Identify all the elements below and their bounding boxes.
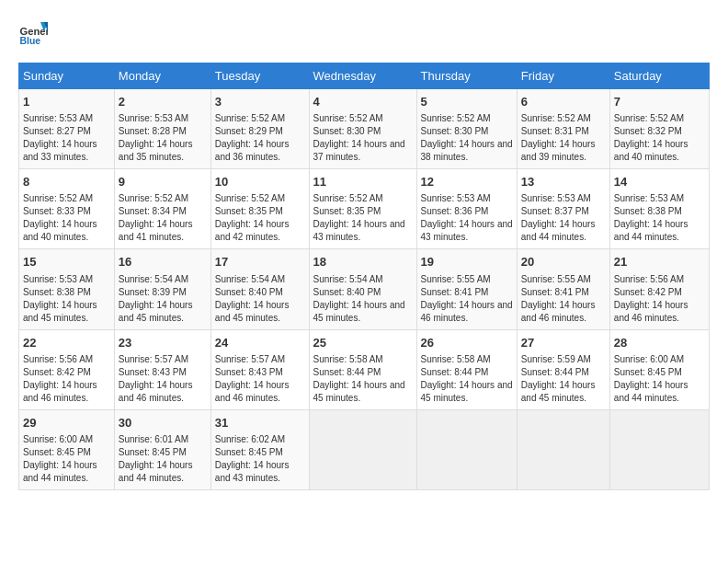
day-info: Sunrise: 5:52 AMSunset: 8:33 PMDaylight:…	[23, 192, 110, 244]
calendar-cell: 4Sunrise: 5:52 AMSunset: 8:30 PMDaylight…	[309, 89, 416, 169]
svg-text:Blue: Blue	[20, 36, 41, 46]
day-info: Sunrise: 6:02 AMSunset: 8:45 PMDaylight:…	[215, 433, 305, 485]
weekday-header: Tuesday	[210, 63, 309, 89]
calendar-cell: 31Sunrise: 6:02 AMSunset: 8:45 PMDayligh…	[210, 409, 309, 489]
calendar-cell: 2Sunrise: 5:53 AMSunset: 8:28 PMDaylight…	[114, 89, 210, 169]
day-info: Sunrise: 5:52 AMSunset: 8:32 PMDaylight:…	[614, 112, 705, 164]
day-number: 8	[23, 174, 110, 190]
calendar-table: SundayMondayTuesdayWednesdayThursdayFrid…	[18, 63, 710, 490]
day-number: 2	[119, 94, 207, 110]
calendar-cell: 10Sunrise: 5:52 AMSunset: 8:35 PMDayligh…	[210, 169, 309, 249]
day-number: 6	[521, 94, 606, 110]
calendar-cell: 11Sunrise: 5:52 AMSunset: 8:35 PMDayligh…	[309, 169, 416, 249]
day-info: Sunrise: 5:53 AMSunset: 8:27 PMDaylight:…	[23, 112, 110, 164]
calendar-cell: 15Sunrise: 5:53 AMSunset: 8:38 PMDayligh…	[19, 249, 115, 329]
calendar-cell: 7Sunrise: 5:52 AMSunset: 8:32 PMDaylight…	[609, 89, 709, 169]
calendar-cell: 20Sunrise: 5:55 AMSunset: 8:41 PMDayligh…	[517, 249, 609, 329]
day-info: Sunrise: 6:01 AMSunset: 8:45 PMDaylight:…	[119, 433, 207, 485]
day-info: Sunrise: 5:52 AMSunset: 8:29 PMDaylight:…	[215, 112, 305, 164]
day-number: 26	[421, 335, 513, 351]
weekday-header: Sunday	[19, 63, 115, 89]
calendar-week-row: 29Sunrise: 6:00 AMSunset: 8:45 PMDayligh…	[19, 409, 710, 489]
day-number: 18	[313, 254, 413, 270]
calendar-cell: 1Sunrise: 5:53 AMSunset: 8:27 PMDaylight…	[19, 89, 115, 169]
calendar-cell	[309, 409, 416, 489]
day-info: Sunrise: 5:55 AMSunset: 8:41 PMDaylight:…	[521, 273, 606, 325]
day-number: 24	[215, 335, 305, 351]
day-info: Sunrise: 5:58 AMSunset: 8:44 PMDaylight:…	[313, 353, 413, 405]
calendar-cell: 3Sunrise: 5:52 AMSunset: 8:29 PMDaylight…	[210, 89, 309, 169]
logo: General Blue	[18, 18, 48, 48]
calendar-cell: 19Sunrise: 5:55 AMSunset: 8:41 PMDayligh…	[416, 249, 517, 329]
day-info: Sunrise: 5:55 AMSunset: 8:41 PMDaylight:…	[421, 273, 513, 325]
day-number: 28	[614, 335, 705, 351]
day-number: 21	[614, 254, 705, 270]
calendar-cell: 27Sunrise: 5:59 AMSunset: 8:44 PMDayligh…	[517, 329, 609, 409]
day-number: 20	[521, 254, 606, 270]
calendar-week-row: 15Sunrise: 5:53 AMSunset: 8:38 PMDayligh…	[19, 249, 710, 329]
calendar-cell: 12Sunrise: 5:53 AMSunset: 8:36 PMDayligh…	[416, 169, 517, 249]
day-number: 10	[215, 174, 305, 190]
weekday-header: Saturday	[609, 63, 709, 89]
day-number: 25	[313, 335, 413, 351]
calendar-cell: 9Sunrise: 5:52 AMSunset: 8:34 PMDaylight…	[114, 169, 210, 249]
weekday-header: Friday	[517, 63, 609, 89]
day-number: 11	[313, 174, 413, 190]
day-info: Sunrise: 5:52 AMSunset: 8:35 PMDaylight:…	[313, 192, 413, 244]
calendar-cell: 22Sunrise: 5:56 AMSunset: 8:42 PMDayligh…	[19, 329, 115, 409]
day-info: Sunrise: 5:59 AMSunset: 8:44 PMDaylight:…	[521, 353, 606, 405]
weekday-header: Wednesday	[309, 63, 416, 89]
day-number: 13	[521, 174, 606, 190]
day-info: Sunrise: 6:00 AMSunset: 8:45 PMDaylight:…	[23, 433, 110, 485]
weekday-header: Monday	[114, 63, 210, 89]
day-number: 17	[215, 254, 305, 270]
day-number: 4	[313, 94, 413, 110]
day-number: 19	[421, 254, 513, 270]
day-number: 16	[119, 254, 207, 270]
day-number: 31	[215, 415, 305, 431]
day-number: 3	[215, 94, 305, 110]
day-info: Sunrise: 5:53 AMSunset: 8:37 PMDaylight:…	[521, 192, 606, 244]
day-number: 12	[421, 174, 513, 190]
calendar-cell: 24Sunrise: 5:57 AMSunset: 8:43 PMDayligh…	[210, 329, 309, 409]
day-number: 30	[119, 415, 207, 431]
day-info: Sunrise: 5:53 AMSunset: 8:38 PMDaylight:…	[23, 273, 110, 325]
calendar-cell: 21Sunrise: 5:56 AMSunset: 8:42 PMDayligh…	[609, 249, 709, 329]
day-info: Sunrise: 5:53 AMSunset: 8:38 PMDaylight:…	[614, 192, 705, 244]
calendar-week-row: 1Sunrise: 5:53 AMSunset: 8:27 PMDaylight…	[19, 89, 710, 169]
calendar-cell: 30Sunrise: 6:01 AMSunset: 8:45 PMDayligh…	[114, 409, 210, 489]
calendar-cell: 8Sunrise: 5:52 AMSunset: 8:33 PMDaylight…	[19, 169, 115, 249]
day-info: Sunrise: 5:56 AMSunset: 8:42 PMDaylight:…	[614, 273, 705, 325]
day-number: 29	[23, 415, 110, 431]
day-info: Sunrise: 6:00 AMSunset: 8:45 PMDaylight:…	[614, 353, 705, 405]
day-number: 1	[23, 94, 110, 110]
day-info: Sunrise: 5:52 AMSunset: 8:31 PMDaylight:…	[521, 112, 606, 164]
calendar-cell: 5Sunrise: 5:52 AMSunset: 8:30 PMDaylight…	[416, 89, 517, 169]
calendar-cell: 18Sunrise: 5:54 AMSunset: 8:40 PMDayligh…	[309, 249, 416, 329]
day-info: Sunrise: 5:52 AMSunset: 8:30 PMDaylight:…	[313, 112, 413, 164]
day-number: 22	[23, 335, 110, 351]
calendar-cell	[517, 409, 609, 489]
day-info: Sunrise: 5:52 AMSunset: 8:35 PMDaylight:…	[215, 192, 305, 244]
calendar-cell: 17Sunrise: 5:54 AMSunset: 8:40 PMDayligh…	[210, 249, 309, 329]
calendar-cell: 28Sunrise: 6:00 AMSunset: 8:45 PMDayligh…	[609, 329, 709, 409]
calendar-cell: 26Sunrise: 5:58 AMSunset: 8:44 PMDayligh…	[416, 329, 517, 409]
calendar-cell	[609, 409, 709, 489]
calendar-cell: 23Sunrise: 5:57 AMSunset: 8:43 PMDayligh…	[114, 329, 210, 409]
calendar-cell: 25Sunrise: 5:58 AMSunset: 8:44 PMDayligh…	[309, 329, 416, 409]
day-info: Sunrise: 5:57 AMSunset: 8:43 PMDaylight:…	[119, 353, 207, 405]
day-info: Sunrise: 5:57 AMSunset: 8:43 PMDaylight:…	[215, 353, 305, 405]
calendar-cell: 14Sunrise: 5:53 AMSunset: 8:38 PMDayligh…	[609, 169, 709, 249]
day-info: Sunrise: 5:56 AMSunset: 8:42 PMDaylight:…	[23, 353, 110, 405]
day-number: 14	[614, 174, 705, 190]
day-number: 5	[421, 94, 513, 110]
day-info: Sunrise: 5:54 AMSunset: 8:40 PMDaylight:…	[215, 273, 305, 325]
day-number: 7	[614, 94, 705, 110]
day-info: Sunrise: 5:54 AMSunset: 8:40 PMDaylight:…	[313, 273, 413, 325]
calendar-cell: 16Sunrise: 5:54 AMSunset: 8:39 PMDayligh…	[114, 249, 210, 329]
weekday-header: Thursday	[416, 63, 517, 89]
day-info: Sunrise: 5:58 AMSunset: 8:44 PMDaylight:…	[421, 353, 513, 405]
calendar-week-row: 22Sunrise: 5:56 AMSunset: 8:42 PMDayligh…	[19, 329, 710, 409]
calendar-week-row: 8Sunrise: 5:52 AMSunset: 8:33 PMDaylight…	[19, 169, 710, 249]
day-info: Sunrise: 5:52 AMSunset: 8:30 PMDaylight:…	[421, 112, 513, 164]
